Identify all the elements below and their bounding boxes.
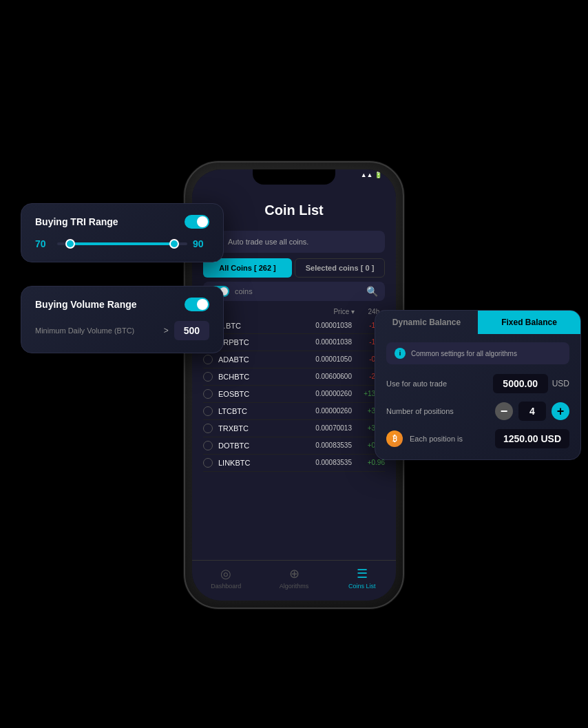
coin-name: ADABTC (218, 355, 298, 364)
tab-fixed-balance[interactable]: Fixed Balance (478, 311, 580, 334)
tri-min-value: 70 (35, 238, 52, 249)
card-tri-range: Buying TRI Range 70 90 (21, 203, 224, 262)
dashboard-icon: ◎ (220, 566, 231, 581)
coin-radio[interactable] (203, 441, 213, 450)
balance-body: i Common settings for all algorithms Use… (375, 334, 580, 459)
positions-decrement-button[interactable]: − (495, 402, 513, 420)
col-price[interactable]: Price ▾ (313, 308, 355, 315)
vol-toggle[interactable] (185, 298, 209, 311)
coin-radio[interactable] (203, 389, 213, 399)
coin-price: 0.00600600 (304, 373, 352, 380)
positions-controls: − 4 + (495, 402, 569, 421)
vol-symbol: > (164, 326, 169, 335)
search-icon[interactable]: 🔍 (366, 286, 378, 297)
table-row: BCHBTC 0.00600600 -2.41 (203, 368, 385, 386)
table-row: LINKBTC 0.00083535 +0.96 (203, 455, 385, 472)
tri-thumb-left[interactable] (65, 239, 75, 249)
nav-algorithms[interactable]: ⊕ Algorithms (260, 566, 328, 590)
coin-name: LINKBTC (218, 459, 298, 467)
table-row: XRPBTC 0.00001038 -1.70 (203, 334, 385, 351)
coin-radio[interactable] (203, 406, 213, 416)
each-pos-label: Each position is (410, 435, 488, 443)
balance-tab-row: Dynamic Balance Fixed Balance (375, 311, 580, 334)
tri-slider-fill (70, 242, 174, 245)
nav-dashboard[interactable]: ◎ Dashboard (192, 566, 260, 590)
coin-price: 0.00070013 (304, 424, 352, 432)
tri-max-value: 90 (193, 238, 209, 249)
tab-selected-coins[interactable]: Selected coins [ 0 ] (295, 258, 385, 278)
btc-icon: ₿ (386, 430, 403, 447)
coin-price: 0.00000260 (304, 390, 352, 397)
balance-info-icon: i (395, 348, 406, 359)
coin-name: DOTBTC (218, 441, 298, 450)
coin-change: +0.96 (357, 459, 385, 466)
coin-radio[interactable] (203, 372, 213, 382)
nav-label-dashboard: Dashboard (211, 583, 241, 590)
nav-label-algorithms: Algorithms (280, 583, 309, 590)
algorithms-icon: ⊕ (289, 566, 300, 581)
phone-notch (253, 169, 335, 185)
vol-label: Minimum Daily Volume (BTC) (35, 326, 158, 335)
search-row: coins 🔍 (203, 282, 385, 301)
balance-info-text: Common settings for all algorithms (411, 350, 517, 357)
coin-name: TRXBTC (218, 424, 298, 433)
positions-row: Number of positions − 4 + (386, 402, 569, 421)
vol-row: Minimum Daily Volume (BTC) > 500 (35, 321, 209, 340)
coin-radio[interactable] (203, 355, 213, 364)
tab-dynamic-balance[interactable]: Dynamic Balance (375, 311, 478, 334)
table-row: LTCBTC 0.00000260 +3.74 (203, 403, 385, 420)
tri-card-title: Buying TRI Range (35, 216, 118, 227)
coin-price: 0.00001050 (304, 355, 352, 363)
coin-price: 0.00001038 (304, 338, 352, 346)
coin-name: EOSBTC (218, 390, 298, 398)
balance-info-bar: i Common settings for all algorithms (386, 342, 569, 364)
nav-label-coins: Coins List (348, 583, 376, 590)
coins-list-icon: ☰ (357, 566, 368, 581)
card-fixed-balance: Dynamic Balance Fixed Balance i Common s… (375, 310, 581, 460)
coin-tabs: All Coins [ 262 ] Selected coins [ 0 ] (203, 258, 385, 278)
coin-price: 0.00083535 (304, 441, 352, 449)
coin-list: XRPBTC 0.00001038 -1.70 ADABTC 0.0000105… (192, 334, 396, 472)
balance-currency: USD (552, 379, 569, 388)
balance-value-box: 5000.00 USD (493, 374, 569, 393)
bottom-nav: ◎ Dashboard ⊕ Algorithms ☰ Coins List (192, 560, 396, 601)
positions-label: Number of positions (386, 407, 495, 415)
table-row: EOSBTC 0.00000260 +13.54 (203, 386, 385, 403)
page-title: Coin List (264, 202, 324, 218)
coin-price: 0.00083535 (304, 459, 352, 466)
tri-slider-row: 70 90 (35, 238, 209, 249)
each-position-row: ₿ Each position is 1250.00 USD (386, 429, 569, 448)
table-row: DOTBTC 0.00083535 +0.96 (203, 437, 385, 455)
tri-slider-track[interactable] (57, 242, 187, 245)
coin-radio[interactable] (203, 458, 213, 468)
vol-card-title: Buying Volume Range (35, 299, 137, 310)
positions-increment-button[interactable]: + (552, 402, 569, 420)
coin-name: XRPBTC (218, 338, 298, 346)
ebtc-label: …BTC (218, 322, 298, 330)
balance-amount[interactable]: 5000.00 (493, 374, 548, 393)
tri-thumb-right[interactable] (169, 239, 179, 249)
info-text: Auto trade use all coins. (228, 238, 308, 246)
status-icons: ▲▲ 🔋 (361, 171, 382, 178)
coin-name: LTCBTC (218, 407, 298, 415)
card-vol-range: Buying Volume Range Minimum Daily Volume… (21, 286, 224, 353)
info-bar: i Auto trade use all coins. (203, 231, 385, 253)
tri-toggle[interactable] (185, 215, 209, 229)
coin-name: BCHBTC (218, 373, 298, 381)
coin-radio[interactable] (203, 424, 213, 433)
first-price: 0.00001038 (304, 322, 352, 329)
nav-coins-list[interactable]: ☰ Coins List (328, 566, 396, 590)
use-for-trade-row: Use for auto trade 5000.00 USD (386, 374, 569, 393)
table-row: TRXBTC 0.00070013 +3.74 (203, 420, 385, 437)
table-row: ADABTC 0.00001050 -0.90 (203, 351, 385, 368)
coin-price: 0.00000260 (304, 407, 352, 415)
vol-value-box[interactable]: 500 (174, 321, 209, 340)
search-placeholder: coins (235, 287, 361, 295)
each-pos-value: 1250.00 USD (495, 429, 569, 448)
use-label: Use for auto trade (386, 379, 493, 388)
positions-count: 4 (518, 402, 546, 421)
